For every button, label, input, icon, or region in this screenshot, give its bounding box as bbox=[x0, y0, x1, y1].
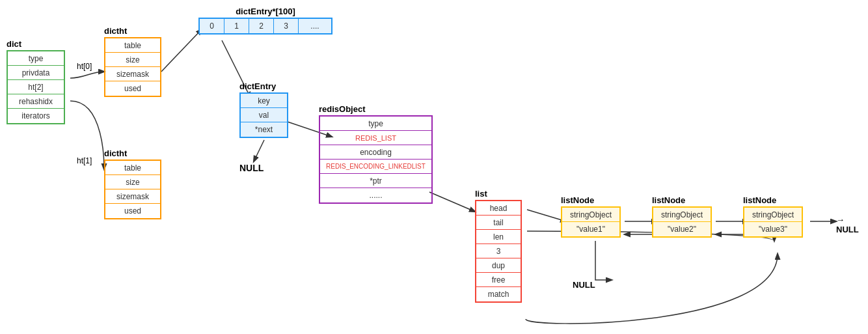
dictht2-label: dictht bbox=[104, 148, 127, 158]
redis-object-struct: type REDIS_LIST encoding REDIS_ENCODING_… bbox=[319, 115, 433, 204]
dict-struct: type privdata ht[2] rehashidx iterators bbox=[7, 50, 65, 124]
list-tail: tail bbox=[476, 216, 521, 230]
list-label: list bbox=[475, 189, 487, 199]
dict-entry-key: key bbox=[241, 94, 287, 108]
listnode1-sub: stringObject bbox=[562, 208, 619, 222]
dict-entry-array: 0 1 2 3 .... bbox=[198, 18, 332, 35]
list-len-label: len bbox=[476, 230, 521, 244]
dictht2-struct: table size sizemask used bbox=[104, 160, 161, 219]
listnode3-struct: stringObject "value3" bbox=[743, 206, 803, 238]
listnode2-struct: stringObject "value2" bbox=[652, 206, 712, 238]
ht0-label: ht[0] bbox=[77, 62, 92, 71]
list-len-val: 3 bbox=[476, 244, 521, 258]
null-listnext: → NULL bbox=[836, 215, 868, 234]
null-listprev: NULL bbox=[573, 280, 595, 290]
listnode2-val: "value2" bbox=[653, 222, 711, 236]
array-cell-dots: .... bbox=[299, 19, 331, 33]
dict-label: dict bbox=[7, 39, 21, 49]
redis-dots: ...... bbox=[320, 188, 431, 202]
dictht1-size: size bbox=[105, 53, 160, 67]
dict-field-iterators: iterators bbox=[8, 109, 64, 123]
array-cell-3: 3 bbox=[274, 19, 299, 33]
null-next: NULL bbox=[239, 163, 264, 173]
redis-type-val: REDIS_LIST bbox=[320, 131, 431, 145]
dictht1-table: table bbox=[105, 38, 160, 53]
dict-entry-next: *next bbox=[241, 122, 287, 137]
listnode1-val: "value1" bbox=[562, 222, 619, 236]
dictht1-used: used bbox=[105, 81, 160, 96]
dict-field-privdata: privdata bbox=[8, 66, 64, 80]
listnode2-label: listNode bbox=[652, 195, 685, 205]
redis-ptr: *ptr bbox=[320, 174, 431, 188]
listnode3-sub: stringObject bbox=[744, 208, 802, 222]
dictht1-sizemask: sizemask bbox=[105, 67, 160, 81]
dict-entry-array-label: dictEntry*[100] bbox=[198, 7, 332, 16]
ht1-label: ht[1] bbox=[77, 156, 92, 165]
dictht2-size: size bbox=[105, 175, 160, 189]
dict-entry-val: val bbox=[241, 108, 287, 122]
listnode3-label: listNode bbox=[743, 195, 776, 205]
dict-entry-struct: key val *next bbox=[239, 92, 288, 138]
list-dup: dup bbox=[476, 258, 521, 273]
dict-field-rehashidx: rehashidx bbox=[8, 94, 64, 109]
diagram: dict type privdata ht[2] rehashidx itera… bbox=[0, 0, 868, 334]
dictht1-struct: table size sizemask used bbox=[104, 37, 161, 97]
redis-encoding-val: REDIS_ENCODING_LINKEDLIST bbox=[320, 160, 431, 174]
dict-entry-label: dictEntry bbox=[239, 81, 276, 91]
array-cell-2: 2 bbox=[249, 19, 274, 33]
array-cell-1: 1 bbox=[224, 19, 249, 33]
array-cell-0: 0 bbox=[200, 19, 224, 33]
dict-field-type: type bbox=[8, 51, 64, 66]
list-head: head bbox=[476, 201, 521, 216]
list-free: free bbox=[476, 273, 521, 287]
list-struct: head tail len 3 dup free match bbox=[475, 200, 522, 303]
redis-object-label: redisObject bbox=[319, 104, 366, 114]
listnode1-label: listNode bbox=[561, 195, 594, 205]
dictht2-used: used bbox=[105, 204, 160, 218]
listnode3-val: "value3" bbox=[744, 222, 802, 236]
dictht2-table: table bbox=[105, 161, 160, 175]
list-match: match bbox=[476, 287, 521, 301]
dict-field-ht2: ht[2] bbox=[8, 80, 64, 94]
listnode2-sub: stringObject bbox=[653, 208, 711, 222]
dictht2-sizemask: sizemask bbox=[105, 189, 160, 204]
redis-encoding-label: encoding bbox=[320, 145, 431, 160]
redis-type-label: type bbox=[320, 117, 431, 131]
dictht1-label: dictht bbox=[104, 26, 127, 36]
listnode1-struct: stringObject "value1" bbox=[561, 206, 621, 238]
